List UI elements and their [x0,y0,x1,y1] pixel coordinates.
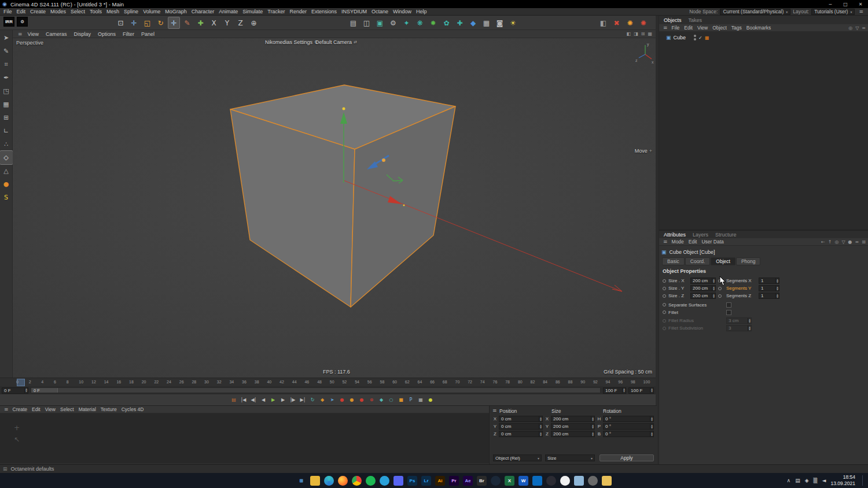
rotate-tool-icon[interactable]: ↻ [155,17,167,29]
object-tree-item[interactable]: ▣ Cube ✓ ■ [659,32,868,40]
render-picture-viewer-button[interactable]: ▣ [374,17,386,29]
timeline-tick[interactable]: 88 [568,378,581,386]
timeline-tick[interactable]: 2 [29,378,42,386]
material-menu-item[interactable]: View [43,406,58,412]
attributes-menu-item[interactable]: Mode [670,239,686,245]
pencil-tool-icon[interactable]: ✎ [0,45,13,58]
viewport[interactable]: y x z Perspective Nikomedias Settings ⚙ … [13,38,656,378]
viewport-maximize-icon[interactable]: ▦ [648,31,652,36]
hamburger-icon[interactable]: ≡ [491,408,499,413]
attribute-tab[interactable]: Basic [662,257,685,265]
new-panel-icon[interactable]: ⊞ [862,239,866,245]
menu-item[interactable]: Render [287,9,309,14]
menu-item[interactable]: INSYDIUM [339,9,369,14]
timeline-tick[interactable]: 74 [480,378,493,386]
folder-icon[interactable] [602,476,612,486]
vscode-icon[interactable] [532,476,542,486]
camera-overlay[interactable]: Default Camera ⇄ [315,39,357,45]
property-input[interactable]: 200 cm ▲▼ [690,293,716,299]
spinner[interactable]: ▲▼ [24,388,28,393]
end-frame-field[interactable]: 100 F ▲▼ [603,387,626,394]
octane-dialog-icon[interactable]: ◧ [597,17,609,29]
viewport-menu-item[interactable]: Panel [138,31,158,37]
menu-item[interactable]: Extensions [309,9,339,14]
maximize-button[interactable]: □ [838,0,853,8]
panel-menu-icon[interactable]: ≡ [862,25,866,31]
viewport-menu-item[interactable]: Cameras [42,31,71,37]
menu-overflow-icon[interactable]: ≡ [857,9,865,14]
spinner[interactable]: ▲▼ [539,416,542,422]
spinner[interactable]: ▲▼ [591,416,594,422]
timeline-tick[interactable]: 54 [355,378,367,386]
timeline-tick[interactable]: 38 [255,378,267,386]
objects-menu-item[interactable]: Bookmarks [744,25,774,31]
timeline-tick[interactable]: 92 [593,378,606,386]
premiere-icon[interactable]: Pr [449,476,459,486]
objects-menu-item[interactable]: View [695,25,710,31]
filter-icon[interactable]: ▽ [841,239,845,245]
settings-icon[interactable] [588,476,598,486]
record-button[interactable]: ● [337,395,347,404]
enabled-check-icon[interactable]: ✓ [698,35,703,40]
next-frame-button[interactable]: ▶ [278,395,288,404]
hamburger-icon[interactable]: ≡ [661,25,670,31]
pla-key-icon[interactable]: P [406,395,415,404]
node-space-select[interactable]: Current (Standard/Physical) ▾ [720,9,790,15]
timeline-tick[interactable]: 28 [192,378,204,386]
spinner[interactable]: ▲▼ [650,388,653,393]
edges-mode-icon[interactable]: ◇ [0,151,13,164]
workplane-mode-icon[interactable]: ⊞ [0,111,13,124]
irr-button[interactable]: IRR [3,17,14,27]
menu-item[interactable]: MoGraph [163,9,189,14]
viewport-single-icon[interactable]: ◧ [627,31,631,36]
timeline-tick[interactable]: 78 [505,378,518,386]
play-forwards-button[interactable]: ▶ [269,395,278,404]
octane-stop-icon[interactable]: ✺ [637,17,649,29]
range-handle[interactable]: 0 F [31,388,58,393]
timeline-tick[interactable]: 60 [392,378,405,386]
property-input[interactable]: 200 cm ▲▼ [690,278,716,284]
timeline-tick[interactable]: 46 [304,378,317,386]
timeline-tick[interactable]: 50 [330,378,343,386]
spinner[interactable]: ▲▼ [712,278,715,283]
panel-tab[interactable]: Layers [693,232,708,238]
menu-item[interactable]: Tools [87,9,104,14]
viewport-menu-item[interactable]: Filter [119,31,138,37]
coordinate-input[interactable]: 0 ° ▲▼ [603,431,654,437]
animation-dot[interactable] [663,279,666,283]
panel-tab[interactable]: Attributes [664,232,686,238]
plugin-settings-button[interactable]: ⚙ [17,17,28,27]
close-button[interactable]: ✕ [853,0,868,8]
coordinate-input[interactable]: 200 cm ▲▼ [551,423,595,430]
scale-tool-icon[interactable]: ◱ [141,17,153,29]
coordinate-input[interactable]: 200 cm ▲▼ [551,431,595,437]
volume-icon[interactable]: ◄ [822,478,826,483]
timeline-tick[interactable]: 62 [405,378,418,386]
selection-tool-icon[interactable]: ⊡ [115,17,127,29]
render-region-button[interactable]: ◫ [361,17,373,29]
spinner[interactable]: ▲▼ [775,286,779,291]
taskbar-clock[interactable]: 18:54 13.09.2021 [830,474,855,486]
timeline-tick[interactable]: 4 [41,378,54,386]
lock-y-button[interactable]: Y [221,17,233,29]
points-mode-icon[interactable]: ∴ [0,138,13,151]
viewport-menu-item[interactable]: Options [94,31,119,37]
viewport-canvas[interactable]: y x z [13,38,656,378]
timeline-tick[interactable]: 52 [342,378,355,386]
lock-x-button[interactable]: X [208,17,220,29]
attributes-menu-item[interactable]: Edit [686,239,700,245]
bridge-icon[interactable]: Br [477,476,487,486]
viewport-menu-item[interactable]: Display [70,31,94,37]
property-input[interactable]: 200 cm ▲▼ [690,285,716,291]
timeline-tick[interactable]: 80 [518,378,531,386]
property-input[interactable]: 1 ▲▼ [759,293,779,299]
scene-end-field[interactable]: 100 F ▲▼ [628,387,654,394]
timeline-tick[interactable]: 8 [67,378,79,386]
timeline-tick[interactable]: 34 [229,378,242,386]
octane-live-icon[interactable]: ✺ [624,17,636,29]
timeline-tick[interactable]: 36 [242,378,255,386]
up-icon[interactable]: ↑ [828,239,832,245]
search-icon[interactable]: ◎ [848,25,852,31]
animation-dot[interactable] [718,294,722,298]
model-mode-icon[interactable]: ◳ [0,84,13,98]
